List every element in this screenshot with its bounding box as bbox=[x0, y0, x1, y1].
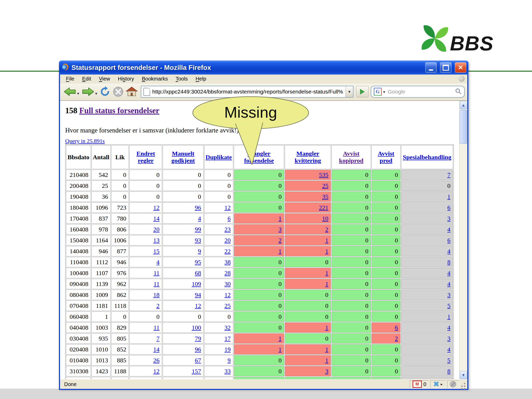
resize-grip[interactable] bbox=[460, 381, 466, 388]
cell-link[interactable]: 14 bbox=[153, 346, 159, 353]
stop-button[interactable] bbox=[112, 86, 124, 98]
cell-link[interactable]: 14 bbox=[153, 215, 159, 222]
cell-link[interactable]: 1 bbox=[325, 324, 328, 331]
cell-link[interactable]: 4 bbox=[447, 226, 450, 233]
adblock-panel[interactable] bbox=[447, 380, 459, 388]
cell-link[interactable]: 5 bbox=[447, 357, 450, 364]
column-header-link[interactable]: Endret regler bbox=[136, 150, 155, 164]
cell-link[interactable]: 4 bbox=[447, 270, 450, 276]
cell-link[interactable]: 17 bbox=[224, 335, 231, 342]
maximize-button[interactable] bbox=[440, 62, 451, 73]
cell-link[interactable]: 79 bbox=[195, 335, 201, 342]
cell-link[interactable]: 99 bbox=[195, 226, 201, 233]
scroll-down-icon[interactable]: ▼ bbox=[460, 371, 467, 379]
cell-link[interactable]: 35 bbox=[322, 193, 328, 200]
cell-link[interactable]: 109 bbox=[192, 281, 201, 287]
cell-link[interactable]: 67 bbox=[195, 357, 201, 364]
cell-link[interactable]: 3 bbox=[447, 215, 450, 222]
cell-link[interactable]: 1 bbox=[325, 281, 328, 287]
cell-link[interactable]: 9 bbox=[198, 248, 201, 255]
menu-item-view[interactable]: View bbox=[95, 75, 114, 82]
cell-link[interactable]: 1 bbox=[325, 270, 328, 276]
cell-link[interactable]: 25 bbox=[322, 182, 328, 189]
cell-link[interactable]: 7 bbox=[447, 171, 450, 178]
cell-link[interactable]: 94 bbox=[195, 291, 201, 298]
cell-link[interactable]: 1 bbox=[278, 335, 282, 342]
close-button[interactable]: ✕ bbox=[455, 62, 466, 73]
cell-link[interactable]: 4 bbox=[198, 215, 201, 222]
cell-link[interactable]: 11 bbox=[154, 270, 159, 276]
url-input[interactable]: http://xppc2449:30024/bbsformat-avstemmi… bbox=[152, 89, 343, 95]
cell-link[interactable]: 95 bbox=[195, 259, 201, 265]
window-titlebar[interactable]: Statusrapport forsendelser - Mozilla Fir… bbox=[59, 61, 468, 75]
cell-link[interactable]: 20 bbox=[224, 237, 231, 244]
cell-link[interactable]: 8 bbox=[447, 368, 450, 375]
cell-link[interactable]: 15 bbox=[153, 248, 159, 255]
report-title-link[interactable]: Full status forsendelser bbox=[79, 106, 159, 115]
column-header-link[interactable]: Duplikate bbox=[205, 154, 232, 161]
search-input[interactable] bbox=[387, 88, 453, 95]
cell-link[interactable]: 10 bbox=[322, 215, 328, 222]
mail-notifier[interactable]: M 0 bbox=[410, 380, 429, 388]
cell-link[interactable]: 535 bbox=[319, 171, 328, 178]
menu-item-bookmarks[interactable]: Bookmarks bbox=[138, 75, 172, 82]
menu-item-tools[interactable]: Tools bbox=[172, 75, 192, 82]
cell-link[interactable]: 4 bbox=[447, 346, 450, 353]
column-header-link[interactable]: Mangler kvittering bbox=[295, 150, 321, 164]
cell-link[interactable]: 2 bbox=[395, 335, 398, 342]
cell-link[interactable]: 3 bbox=[278, 226, 282, 233]
column-header-link[interactable]: Avvist prod bbox=[378, 150, 394, 164]
home-button[interactable] bbox=[125, 85, 138, 98]
cell-link[interactable]: 1 bbox=[278, 248, 282, 255]
cell-link[interactable]: 38 bbox=[224, 259, 231, 265]
cell-link[interactable]: 18 bbox=[153, 291, 159, 298]
cell-link[interactable]: 1 bbox=[447, 193, 450, 200]
minimize-button[interactable] bbox=[425, 62, 437, 73]
menu-item-help[interactable]: Help bbox=[192, 75, 210, 82]
cell-link[interactable]: 5 bbox=[447, 302, 450, 309]
query-time-link[interactable]: Query in 25.891s bbox=[65, 138, 105, 144]
cell-link[interactable]: 4 bbox=[447, 324, 450, 331]
cell-link[interactable]: 32 bbox=[224, 324, 231, 331]
cell-link[interactable]: 11 bbox=[154, 281, 159, 287]
cell-link[interactable]: 30 bbox=[224, 281, 231, 287]
cell-link[interactable]: 6 bbox=[395, 324, 398, 331]
cell-link[interactable]: 6 bbox=[228, 215, 231, 222]
cell-link[interactable]: 2 bbox=[278, 237, 282, 244]
column-header-link[interactable]: Manuelt godkjent bbox=[171, 150, 195, 164]
cell-link[interactable]: 1 bbox=[278, 346, 282, 353]
cell-link[interactable]: 6 bbox=[447, 237, 450, 244]
cell-link[interactable]: 28 bbox=[224, 270, 231, 276]
cell-link[interactable]: 1 bbox=[278, 215, 282, 222]
cell-link[interactable]: 6 bbox=[447, 204, 450, 211]
cell-link[interactable]: 19 bbox=[224, 346, 231, 353]
column-header-link[interactable]: Mangler forsendelse bbox=[244, 150, 274, 164]
cell-link[interactable]: 33 bbox=[224, 368, 231, 375]
cell-link[interactable]: 221 bbox=[319, 204, 328, 211]
cell-link[interactable]: 1 bbox=[325, 248, 328, 255]
cell-link[interactable]: 157 bbox=[192, 368, 201, 375]
cell-link[interactable]: 12 bbox=[224, 204, 231, 211]
cell-link[interactable]: 3 bbox=[325, 368, 328, 375]
cell-link[interactable]: 22 bbox=[224, 248, 231, 255]
cell-link[interactable]: 1 bbox=[447, 313, 450, 320]
url-dropdown-icon[interactable]: ▼ bbox=[345, 86, 353, 97]
back-dropdown-icon[interactable]: ▾ bbox=[77, 91, 79, 96]
reload-button[interactable] bbox=[99, 85, 111, 98]
menu-item-edit[interactable]: Edit bbox=[78, 75, 95, 82]
cell-link[interactable]: 100 bbox=[192, 324, 201, 331]
cell-link[interactable]: 12 bbox=[153, 368, 159, 375]
cell-link[interactable]: 96 bbox=[195, 346, 201, 353]
forward-button[interactable] bbox=[81, 85, 95, 98]
menu-item-history[interactable]: History bbox=[114, 75, 138, 82]
cell-link[interactable]: 9 bbox=[228, 357, 231, 364]
cell-link[interactable]: 93 bbox=[195, 237, 201, 244]
cell-link[interactable]: 7 bbox=[156, 335, 159, 342]
back-button[interactable] bbox=[63, 85, 77, 98]
url-bar[interactable]: http://xppc2449:30024/bbsformat-avstemmi… bbox=[141, 86, 354, 98]
cell-link[interactable]: 13 bbox=[153, 237, 159, 244]
cell-link[interactable]: 8 bbox=[447, 259, 450, 265]
column-header-link[interactable]: Avvist kopiprod bbox=[339, 150, 363, 164]
cell-link[interactable]: 96 bbox=[195, 204, 201, 211]
cell-link[interactable]: 1 bbox=[325, 357, 328, 364]
